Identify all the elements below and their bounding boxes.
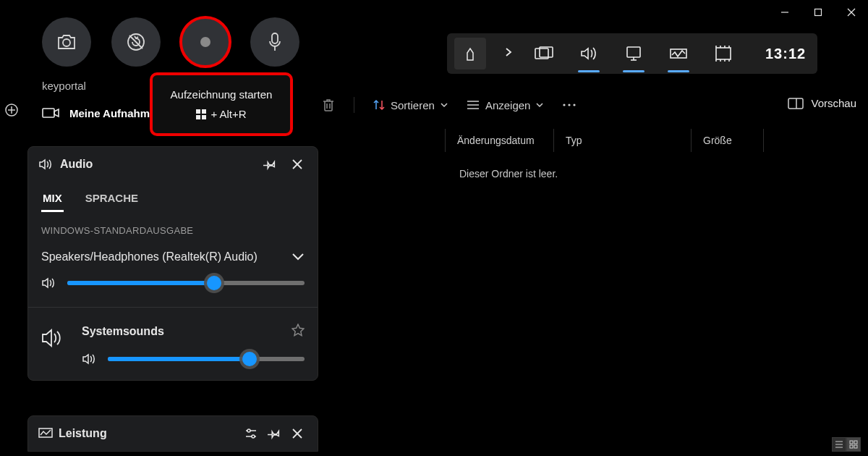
col-type[interactable]: Typ: [553, 129, 691, 152]
performance-panel-title: Leistung: [59, 427, 238, 440]
windows-key-icon: [196, 109, 206, 119]
pin-button[interactable]: [260, 154, 280, 174]
empty-folder-message: Dieser Ordner ist leer.: [322, 168, 856, 180]
delete-button[interactable]: [322, 98, 335, 112]
svg-rect-6: [627, 47, 640, 57]
details-view-button[interactable]: [832, 437, 846, 452]
svg-rect-60: [854, 441, 857, 444]
svg-rect-29: [196, 115, 200, 119]
audio-widget: Audio MIX SPRACHE WINDOWS-STANDARDAUSGAB…: [27, 146, 318, 381]
more-button[interactable]: [562, 103, 576, 107]
svg-rect-23: [272, 33, 278, 43]
tooltip-shortcut: + Alt+R: [160, 108, 283, 120]
svg-point-52: [569, 104, 571, 106]
view-button[interactable]: Anzeigen: [467, 99, 544, 111]
col-size[interactable]: Größe: [691, 129, 763, 152]
svg-rect-25: [43, 109, 54, 117]
settings-button[interactable]: [241, 423, 261, 444]
resources-widget-button[interactable]: [665, 38, 692, 69]
tab-mix[interactable]: MIX: [41, 186, 64, 212]
svg-rect-10: [716, 48, 731, 59]
tooltip-title: Aufzeichnung starten: [160, 88, 283, 101]
audio-device-2-name: Systemsounds: [82, 325, 164, 338]
svg-rect-1: [815, 9, 822, 16]
window-maximize-button[interactable]: [801, 0, 835, 25]
svg-point-19: [63, 39, 70, 46]
svg-rect-54: [788, 98, 803, 109]
svg-marker-26: [54, 109, 59, 117]
view-mode-toggle: [832, 437, 861, 452]
svg-point-38: [252, 435, 255, 438]
performance-icon: [38, 428, 53, 439]
clock: 13:12: [765, 46, 806, 62]
start-recording-tooltip: Aufzeichnung starten + Alt+R: [153, 75, 290, 133]
start-recording-button[interactable]: [181, 17, 230, 67]
pin-button[interactable]: [264, 423, 284, 444]
active-underline: [578, 70, 600, 72]
preview-label: Vorschau: [811, 97, 856, 109]
home-button[interactable]: [454, 38, 486, 69]
device-1-volume-slider[interactable]: [67, 281, 305, 285]
close-panel-button[interactable]: [287, 423, 307, 444]
sort-button[interactable]: Sortieren: [373, 99, 448, 111]
speaker-small-icon: [41, 276, 57, 290]
svg-point-22: [200, 37, 210, 47]
audio-panel-title: Audio: [60, 158, 252, 171]
svg-point-36: [247, 429, 250, 432]
view-label: Anzeigen: [485, 99, 531, 111]
audio-device-1-name: Speakers/Headphones (Realtek(R) Audio): [41, 250, 258, 263]
svg-rect-27: [196, 109, 200, 114]
speaker-big-icon: [41, 324, 70, 351]
svg-rect-28: [202, 109, 206, 114]
svg-rect-30: [202, 115, 206, 119]
file-explorer: Sortieren Anzeigen Änderungsdatum Typ Gr…: [322, 90, 856, 180]
window-close-button[interactable]: [835, 0, 868, 25]
svg-rect-61: [850, 445, 853, 448]
gallery-widget-button[interactable]: [710, 38, 736, 69]
window-minimize-button[interactable]: [768, 0, 801, 25]
screenshot-button[interactable]: [42, 17, 91, 67]
svg-point-51: [563, 104, 566, 106]
audio-section-label: WINDOWS-STANDARDAUSGABE: [28, 212, 318, 243]
close-panel-button[interactable]: [287, 154, 307, 174]
active-underline: [623, 70, 644, 72]
col-date[interactable]: Änderungsdatum: [445, 129, 553, 152]
svg-marker-33: [292, 324, 304, 336]
xbox-game-bar: 13:12: [447, 33, 817, 74]
preview-pane-button[interactable]: Vorschau: [788, 97, 856, 109]
expand-icon[interactable]: [505, 47, 512, 60]
svg-point-53: [574, 104, 576, 106]
device-2-volume-slider[interactable]: [108, 357, 305, 361]
column-headers: Änderungsdatum Typ Größe: [322, 129, 856, 152]
microphone-button[interactable]: [250, 17, 299, 67]
svg-rect-59: [850, 441, 853, 444]
record-last-button[interactable]: [111, 17, 161, 67]
performance-widget: Leistung: [27, 415, 318, 452]
speaker-small-icon: [82, 352, 98, 366]
shortcut-text: + Alt+R: [210, 108, 246, 120]
svg-rect-62: [854, 445, 857, 448]
thumbs-view-button[interactable]: [846, 437, 861, 452]
my-recordings-label: Meine Aufnahm: [69, 107, 150, 119]
sort-label: Sortieren: [391, 99, 435, 111]
speaker-icon: [38, 158, 53, 171]
performance-widget-button[interactable]: [621, 38, 647, 69]
new-item-button[interactable]: [3, 101, 20, 119]
active-underline: [668, 70, 689, 72]
tab-sprache[interactable]: SPRACHE: [84, 186, 140, 212]
device-expand-button[interactable]: [292, 250, 305, 263]
favorite-button[interactable]: [292, 324, 305, 339]
capture-widget-button[interactable]: [531, 38, 557, 69]
audio-widget-button[interactable]: [576, 38, 602, 69]
